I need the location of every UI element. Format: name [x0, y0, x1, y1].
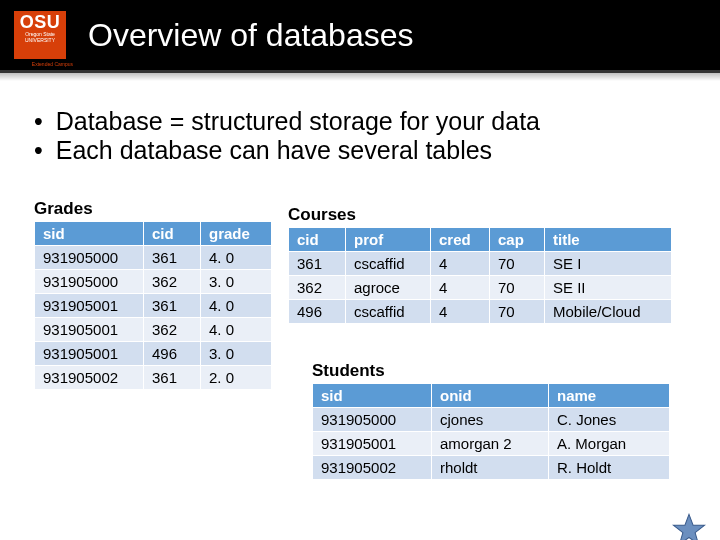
- slide-body: Database = structured storage for your d…: [0, 81, 720, 540]
- table-row: 361cscaffid470SE I: [289, 252, 672, 276]
- logo-extended: Extended Campus: [29, 60, 76, 68]
- col-sid: sid: [35, 222, 144, 246]
- col-name: name: [549, 384, 670, 408]
- col-prof: prof: [346, 228, 431, 252]
- col-cid: cid: [144, 222, 201, 246]
- students-table: sid onid name 931905000cjonesC. Jones 93…: [312, 383, 670, 480]
- header-shadow: [0, 73, 720, 81]
- col-grade: grade: [201, 222, 272, 246]
- courses-table-block: Courses cid prof cred cap title 361cscaf…: [288, 205, 672, 324]
- table-row: 9319050014963. 0: [35, 342, 272, 366]
- col-cred: cred: [431, 228, 490, 252]
- students-table-block: Students sid onid name 931905000cjonesC.…: [312, 361, 670, 480]
- col-cid: cid: [289, 228, 346, 252]
- bullet-list: Database = structured storage for your d…: [34, 107, 686, 165]
- table-row: 931905000cjonesC. Jones: [313, 408, 670, 432]
- col-title: title: [545, 228, 672, 252]
- courses-label: Courses: [288, 205, 672, 225]
- bullet-item: Each database can have several tables: [34, 136, 686, 165]
- logo-main: OSU: [20, 13, 61, 31]
- courses-table: cid prof cred cap title 361cscaffid470SE…: [288, 227, 672, 324]
- table-row: 9319050003614. 0: [35, 246, 272, 270]
- grades-label: Grades: [34, 199, 272, 219]
- osu-logo: OSU Oregon State UNIVERSITY Extended Cam…: [14, 11, 66, 59]
- logo-sub2: UNIVERSITY: [25, 38, 55, 43]
- table-row: 9319050023612. 0: [35, 366, 272, 390]
- table-row: 9319050013614. 0: [35, 294, 272, 318]
- students-label: Students: [312, 361, 670, 381]
- table-row: 931905001amorgan 2A. Morgan: [313, 432, 670, 456]
- table-row: 496cscaffid470Mobile/Cloud: [289, 300, 672, 324]
- table-row: 9319050003623. 0: [35, 270, 272, 294]
- grades-table: sid cid grade 9319050003614. 0 931905000…: [34, 221, 272, 390]
- slide-title: Overview of databases: [88, 17, 414, 54]
- grades-table-block: Grades sid cid grade 9319050003614. 0 93…: [34, 199, 272, 390]
- slide-header: OSU Oregon State UNIVERSITY Extended Cam…: [0, 0, 720, 73]
- star-icon: [672, 513, 706, 540]
- bullet-item: Database = structured storage for your d…: [34, 107, 686, 136]
- col-onid: onid: [432, 384, 549, 408]
- table-row: 931905002rholdtR. Holdt: [313, 456, 670, 480]
- svg-marker-0: [673, 514, 704, 540]
- col-sid: sid: [313, 384, 432, 408]
- table-row: 9319050013624. 0: [35, 318, 272, 342]
- table-row: 362agroce470SE II: [289, 276, 672, 300]
- col-cap: cap: [490, 228, 545, 252]
